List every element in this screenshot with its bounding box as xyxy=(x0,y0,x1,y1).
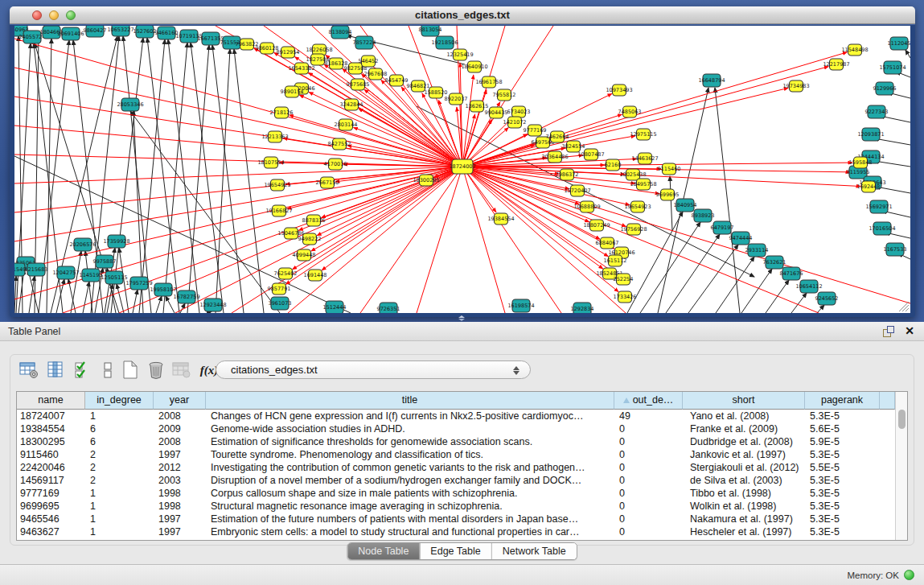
table-cell[interactable]: 18300295 xyxy=(17,435,85,448)
table-cell[interactable]: 9463627 xyxy=(17,525,85,538)
table-cell[interactable]: 5.5E-5 xyxy=(805,461,880,474)
table-cell[interactable]: 6 xyxy=(85,435,154,448)
table-row[interactable]: 977716911998Corpus callosum shape and si… xyxy=(17,487,895,500)
table-cell[interactable]: 1 xyxy=(85,525,154,538)
table-cell[interactable]: Investigating the contribution of common… xyxy=(206,461,614,474)
network-table-selector[interactable]: citations_edges.txt xyxy=(216,360,531,379)
tab-edge-table[interactable]: Edge Table xyxy=(419,543,491,559)
table-cell[interactable]: 5.3E-5 xyxy=(805,500,880,513)
table-cell[interactable]: 6 xyxy=(85,422,154,435)
scrollbar-thumb[interactable] xyxy=(898,410,906,429)
table-cell[interactable]: 5.9E-5 xyxy=(805,435,880,448)
table-cell[interactable]: Structural magnetic resonance image aver… xyxy=(206,500,614,513)
table-row[interactable]: 1938455462009Genome-wide association stu… xyxy=(17,422,895,435)
citation-edge[interactable] xyxy=(716,257,754,313)
table-cell[interactable] xyxy=(880,435,895,448)
table-cell[interactable]: 1 xyxy=(85,487,154,500)
table-cell[interactable]: 49 xyxy=(614,410,683,422)
table-cell[interactable]: 0 xyxy=(614,525,683,538)
memory-status-indicator[interactable] xyxy=(904,570,914,580)
citation-edge[interactable] xyxy=(191,43,224,313)
table-cell[interactable]: 22420046 xyxy=(17,461,85,474)
citation-edge[interactable] xyxy=(766,280,789,313)
table-cell[interactable]: 0 xyxy=(614,474,683,487)
table-row[interactable]: 911546021997Tourette syndrome. Phenomeno… xyxy=(17,448,895,461)
citation-edge[interactable] xyxy=(234,49,264,313)
citation-edge[interactable] xyxy=(83,282,89,313)
table-cell[interactable]: 0 xyxy=(614,487,683,500)
column-header-year[interactable]: year xyxy=(154,392,206,410)
table-cell[interactable]: 14569117 xyxy=(17,474,85,487)
citation-edge[interactable] xyxy=(688,245,738,313)
table-cell[interactable]: 1997 xyxy=(154,525,206,538)
table-cell[interactable]: Jankovic et al. (1997) xyxy=(683,448,805,461)
table-row[interactable]: 1872400712008Changes of HCN gene express… xyxy=(17,410,895,422)
table-cell[interactable]: 2003 xyxy=(154,474,206,487)
table-cell[interactable]: 9699695 xyxy=(17,500,85,513)
table-cell[interactable]: 2 xyxy=(85,461,154,474)
select-rows-icon[interactable] xyxy=(72,359,95,381)
table-cell[interactable] xyxy=(880,474,895,487)
table-cell[interactable]: 5.6E-5 xyxy=(805,422,880,435)
table-row[interactable]: 1830029562008Estimation of significance … xyxy=(17,435,895,448)
panel-divider-grip[interactable] xyxy=(455,315,466,321)
table-cell[interactable]: Nakamura et al. (1997) xyxy=(683,513,805,525)
table-cell[interactable]: 0 xyxy=(614,422,683,435)
citation-edge[interactable] xyxy=(741,269,772,313)
citation-edge[interactable] xyxy=(187,45,209,313)
window-titlebar[interactable]: citations_edges.txt xyxy=(10,6,915,24)
table-cell[interactable]: Genome-wide association studies in ADHD. xyxy=(206,422,614,435)
table-cell[interactable]: 0 xyxy=(614,435,683,448)
selected-edge[interactable] xyxy=(462,75,474,167)
selected-edge[interactable] xyxy=(14,167,462,299)
citation-edge[interactable] xyxy=(670,176,672,231)
new-column-icon[interactable] xyxy=(119,359,142,381)
table-cell[interactable]: 2 xyxy=(85,448,154,461)
table-cell[interactable]: 2012 xyxy=(154,461,206,474)
citation-edge[interactable] xyxy=(156,296,162,313)
citation-edge[interactable] xyxy=(640,222,700,313)
table-cell[interactable]: 0 xyxy=(614,513,683,525)
column-header-title[interactable]: title xyxy=(206,392,614,410)
column-header-short[interactable]: short xyxy=(683,392,805,410)
table-cell[interactable]: 0 xyxy=(614,448,683,461)
table-cell[interactable]: 1 xyxy=(85,513,154,525)
table-cell[interactable]: Disruption of a novel member of a sodium… xyxy=(206,474,614,487)
tab-node-table[interactable]: Node Table xyxy=(347,543,419,559)
float-panel-icon[interactable] xyxy=(883,326,894,337)
column-header-in_degree[interactable]: in_degree xyxy=(85,392,154,410)
selected-edge[interactable] xyxy=(462,114,475,167)
selected-edge[interactable] xyxy=(317,167,462,236)
table-cell[interactable]: 18724007 xyxy=(17,410,85,422)
table-cell[interactable]: 9777169 xyxy=(17,487,85,500)
table-cell[interactable]: 2008 xyxy=(154,410,206,422)
table-cell[interactable]: 9465546 xyxy=(17,513,85,525)
table-cell[interactable]: 5.3E-5 xyxy=(805,448,880,461)
table-cell[interactable]: de Silva et al. (2003) xyxy=(683,474,805,487)
table-cell[interactable]: 1998 xyxy=(154,487,206,500)
table-cell[interactable]: Tibbo et al. (1998) xyxy=(683,487,805,500)
table-row[interactable]: 946554611997Estimation of the future num… xyxy=(17,513,895,525)
table-cell[interactable]: 0 xyxy=(614,500,683,513)
citation-edge[interactable] xyxy=(133,290,138,313)
selected-edge[interactable] xyxy=(14,39,462,167)
table-cell[interactable] xyxy=(880,500,895,513)
tab-network-table[interactable]: Network Table xyxy=(491,543,577,559)
citation-edge[interactable] xyxy=(130,111,280,313)
table-cell[interactable]: 9115460 xyxy=(17,448,85,461)
table-cell[interactable]: 0 xyxy=(614,461,683,474)
table-cell[interactable] xyxy=(880,487,895,500)
table-cell[interactable]: 1 xyxy=(85,410,154,422)
table-cell[interactable]: 5.3E-5 xyxy=(805,513,880,525)
table-cell[interactable]: Tourette syndrome. Phenomenology and cla… xyxy=(206,448,614,461)
citation-edge[interactable] xyxy=(817,305,824,313)
table-cell[interactable]: Estimation of significance thresholds fo… xyxy=(206,435,614,448)
table-cell[interactable]: 2009 xyxy=(154,422,206,435)
delete-column-icon[interactable] xyxy=(145,359,167,381)
table-cell[interactable]: 2008 xyxy=(154,435,206,448)
table-cell[interactable]: 1 xyxy=(85,500,154,513)
show-columns-icon[interactable] xyxy=(45,359,68,381)
table-cell[interactable] xyxy=(880,513,895,525)
selected-edge[interactable] xyxy=(322,167,462,270)
selected-edge[interactable] xyxy=(232,167,462,313)
